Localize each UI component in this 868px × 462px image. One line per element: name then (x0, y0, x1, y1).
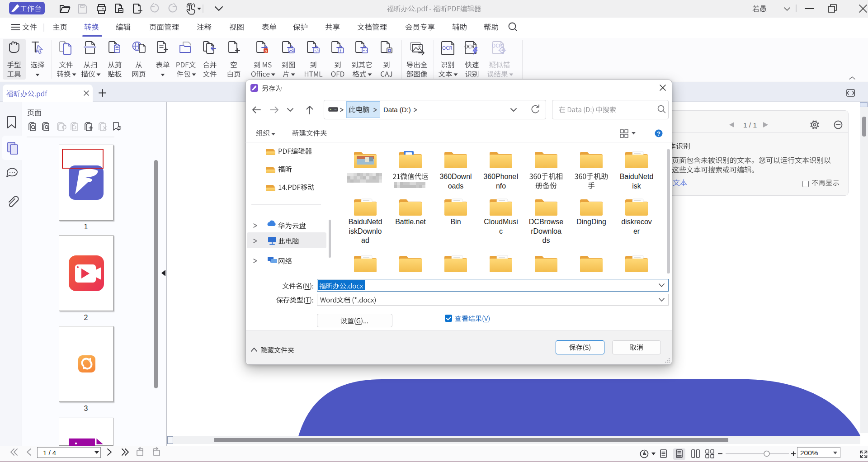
svg-text:er: er (633, 227, 640, 235)
svg-text:DingDing: DingDing (576, 218, 606, 226)
svg-text:BaiduNetd: BaiduNetd (349, 218, 382, 226)
svg-text:Battle.net: Battle.net (395, 218, 426, 226)
svg-text:ds: ds (542, 236, 550, 244)
svg-text:iskDownlo: iskDownlo (349, 227, 382, 235)
svg-text:oads: oads (448, 182, 464, 190)
svg-text:?: ? (657, 130, 660, 137)
svg-text:360Downl: 360Downl (439, 173, 472, 180)
svg-text:DCBrowse: DCBrowse (529, 218, 564, 226)
svg-text:CloudMusi: CloudMusi (484, 218, 518, 226)
svg-text:Data (D:): Data (D:) (383, 106, 411, 113)
svg-text:rDownloa: rDownloa (531, 227, 561, 235)
svg-text:360PhoneI: 360PhoneI (483, 173, 518, 180)
svg-text:c: c (499, 227, 503, 235)
svg-text:isk: isk (632, 182, 642, 190)
svg-text:nfo: nfo (496, 182, 506, 190)
svg-text:diskrecov: diskrecov (621, 218, 652, 226)
svg-text:ad: ad (361, 236, 369, 244)
svg-text:Bin: Bin (450, 218, 461, 226)
svg-text:BaiduNetd: BaiduNetd (620, 173, 654, 180)
